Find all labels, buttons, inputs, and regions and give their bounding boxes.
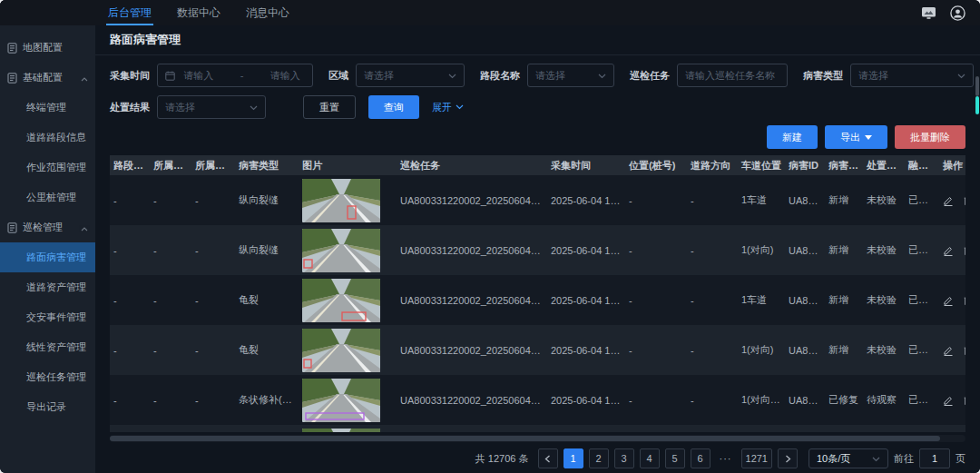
topbar-tab-2[interactable]: 数据中心: [164, 0, 233, 25]
sidebar-item-label: 巡检管理: [23, 221, 63, 234]
query-button[interactable]: 查询: [368, 95, 419, 119]
cell-city: -: [150, 195, 191, 206]
filter-result: 处置结果 请选择: [110, 95, 266, 119]
road-name-placeholder: 请选择: [535, 69, 565, 83]
sidebar-item-作业范围管理[interactable]: 作业范围管理: [0, 153, 95, 182]
page-button-3[interactable]: 3: [614, 448, 634, 468]
cell-image: [299, 229, 397, 272]
export-button[interactable]: 导出: [825, 125, 887, 149]
sidebar-item-label: 道路路段信息: [26, 131, 86, 144]
cell-lane: 1车道: [738, 193, 785, 207]
jump-page-input[interactable]: [919, 448, 950, 468]
page-button-2[interactable]: 2: [589, 448, 609, 468]
sidebar-item-地图配置[interactable]: 地图配置: [0, 33, 95, 63]
cell-fusion: 已融合: [905, 293, 939, 307]
jump-label: 前往: [894, 452, 914, 466]
delete-icon[interactable]: [964, 245, 965, 256]
cell-task: UA800331220002_20250604133852059: [397, 245, 547, 256]
reset-button[interactable]: 重置: [303, 95, 356, 119]
cell-status: 新增: [825, 193, 863, 207]
screen-monitor-icon[interactable]: [920, 5, 936, 21]
sidebar-item-道路资产管理[interactable]: 道路资产管理: [0, 272, 95, 302]
base-config-icon: [7, 73, 18, 84]
result-select[interactable]: 请选择: [157, 95, 266, 119]
sidebar-item-公里桩管理[interactable]: 公里桩管理: [0, 182, 95, 212]
delete-icon[interactable]: [964, 195, 965, 206]
sidebar-menu: 地图配置基础配置终端管理道路路段信息作业范围管理公里桩管理巡检管理路面病害管理道…: [0, 25, 95, 473]
disease-type-select[interactable]: 请选择: [850, 64, 974, 87]
region-select[interactable]: 请选择: [356, 64, 465, 87]
road-name-select[interactable]: 请选择: [527, 64, 614, 87]
main-content: 路面病害管理 采集时间 请输入 - 请输入: [95, 25, 980, 473]
create-button[interactable]: 新建: [767, 125, 818, 149]
edit-icon[interactable]: [943, 195, 954, 206]
edit-icon[interactable]: [943, 295, 954, 306]
edit-icon[interactable]: [943, 245, 954, 256]
cell-image: [299, 379, 397, 422]
page-button-5[interactable]: 5: [665, 448, 685, 468]
vertical-scrollbar: [975, 76, 979, 349]
horizontal-scrollbar-thumb[interactable]: [110, 436, 940, 441]
edit-icon[interactable]: [943, 345, 954, 356]
road-photo[interactable]: [302, 229, 380, 272]
caret-down-icon: [865, 135, 872, 140]
sidebar-item-终端管理[interactable]: 终端管理: [0, 93, 95, 123]
road-photo[interactable]: [302, 379, 380, 422]
collect-time-range-input[interactable]: 请输入 - 请输入: [157, 64, 313, 87]
cell-collect_time: 2025-06-04 13:50: [547, 395, 625, 406]
delete-icon[interactable]: [964, 395, 965, 406]
table-header: 路段名称所属城市所属区县病害类型图片巡检任务采集时间位置(桩号)道路方向车道位置…: [110, 155, 965, 175]
cell-status: 新增: [825, 243, 863, 257]
delete-icon[interactable]: [964, 295, 965, 306]
page-button-1271[interactable]: 1271: [741, 448, 772, 468]
sidebar-item-交安事件管理[interactable]: 交安事件管理: [0, 302, 95, 332]
cell-disease_type: 纵向裂缝: [235, 243, 299, 257]
cell-position: -: [625, 395, 687, 406]
sidebar-item-label: 交安事件管理: [26, 310, 86, 324]
sidebar-item-巡检任务管理[interactable]: 巡检任务管理: [0, 362, 95, 392]
vertical-scrollbar-thumb[interactable]: [975, 76, 979, 96]
cell-direction: -: [687, 245, 738, 256]
road-photo[interactable]: [302, 179, 380, 222]
page-button-4[interactable]: 4: [640, 448, 660, 468]
table-row-3: ---龟裂UA800331220002_20250604133852059202…: [110, 275, 965, 325]
task-input[interactable]: 请输入巡检任务名称: [677, 64, 788, 87]
export-label: 导出: [840, 131, 860, 144]
expand-toggle[interactable]: 展开: [432, 101, 464, 114]
road-photo[interactable]: [302, 329, 380, 372]
topbar-tab-3[interactable]: 消息中心: [233, 0, 302, 25]
page-ellipsis: ···: [716, 448, 736, 468]
delete-icon[interactable]: [964, 345, 965, 356]
column-header-所属城市: 所属城市: [150, 159, 191, 172]
topbar-tab-1[interactable]: 后台管理: [95, 0, 164, 25]
cell-image: [299, 429, 397, 433]
batch-delete-button[interactable]: 批量删除: [895, 125, 965, 149]
next-page-button[interactable]: [778, 448, 798, 468]
prev-page-button[interactable]: [538, 448, 558, 468]
page-button-6[interactable]: 6: [691, 448, 710, 468]
sidebar-item-基础配置[interactable]: 基础配置: [0, 63, 95, 93]
cell-result: 未校验: [863, 243, 905, 257]
page-size-select[interactable]: 10条/页: [808, 448, 888, 468]
sidebar-item-导出记录[interactable]: 导出记录: [0, 392, 95, 422]
cell-collect_time: 2025-06-04 13:50: [547, 195, 625, 206]
road-photo[interactable]: [302, 429, 380, 433]
sidebar-item-巡检管理[interactable]: 巡检管理: [0, 212, 95, 242]
sidebar-item-线性资产管理[interactable]: 线性资产管理: [0, 332, 95, 362]
column-header-车道位置: 车道位置: [738, 159, 785, 172]
page-size-value: 10条/页: [817, 452, 850, 466]
cell-city: -: [150, 345, 191, 356]
edit-icon[interactable]: [943, 395, 954, 406]
sidebar-item-道路路段信息[interactable]: 道路路段信息: [0, 123, 95, 153]
cell-road_name: -: [110, 245, 150, 256]
chevron-down-icon: [456, 104, 464, 110]
road-photo[interactable]: [302, 279, 380, 322]
page-button-1[interactable]: 1: [564, 448, 583, 468]
user-avatar-icon[interactable]: [949, 5, 965, 21]
sidebar-item-路面病害管理[interactable]: 路面病害管理: [0, 242, 95, 272]
cell-disease_type: 条状修补(沥青): [235, 393, 299, 407]
cell-result: 待观察: [863, 393, 905, 407]
cell-road_name: -: [110, 345, 150, 356]
sidebar-item-label: 道路资产管理: [26, 281, 86, 294]
filter-region: 区域 请选择: [328, 64, 465, 87]
